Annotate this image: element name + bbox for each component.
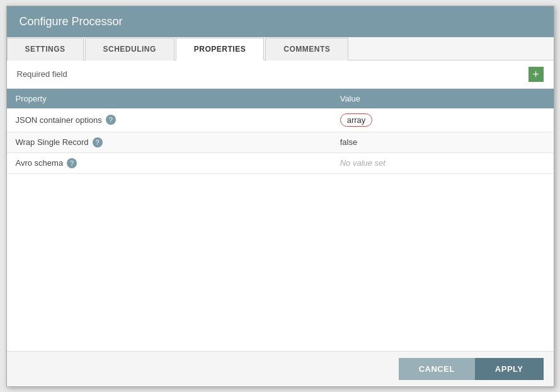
add-property-button[interactable]: +: [529, 67, 544, 82]
property-name-cell: Avro schema?: [7, 153, 331, 173]
no-value-text: No value set: [340, 158, 386, 168]
property-name-wrapper: Wrap Single Record?: [16, 137, 323, 147]
property-name-text: Avro schema: [16, 158, 64, 168]
property-value-cell[interactable]: array: [331, 108, 505, 132]
property-name-wrapper: JSON container options?: [16, 115, 323, 125]
tab-properties[interactable]: PROPERTIES: [176, 38, 264, 61]
help-icon[interactable]: ?: [67, 158, 77, 168]
content-area: Required field + PropertyValue JSON cont…: [7, 61, 554, 351]
table-header-actions: [505, 89, 553, 108]
table-header-property: Property: [7, 89, 331, 108]
apply-button[interactable]: APPLY: [475, 358, 544, 380]
properties-table: PropertyValue JSON container options?arr…: [7, 89, 554, 174]
property-actions-cell: [505, 108, 553, 132]
property-value-cell[interactable]: No value set: [331, 153, 505, 173]
table-row: JSON container options?array: [7, 108, 554, 132]
table-header-value: Value: [331, 89, 505, 108]
help-icon[interactable]: ?: [93, 137, 103, 147]
property-name-wrapper: Avro schema?: [16, 158, 323, 168]
required-field-row: Required field +: [7, 61, 554, 89]
table-row: Avro schema?No value set: [7, 153, 554, 173]
property-actions-cell: [505, 153, 553, 173]
property-value-cell: false: [331, 132, 505, 153]
property-actions-cell: [505, 132, 553, 153]
tab-scheduling[interactable]: SCHEDULING: [85, 38, 174, 61]
configure-processor-dialog: Configure Processor SETTINGSSCHEDULINGPR…: [6, 6, 554, 387]
cancel-button[interactable]: CANCEL: [399, 358, 475, 380]
tab-bar: SETTINGSSCHEDULINGPROPERTIESCOMMENTS: [7, 37, 554, 61]
property-name-text: Wrap Single Record: [16, 137, 89, 147]
table-row: Wrap Single Record?false: [7, 132, 554, 153]
table-body: JSON container options?arrayWrap Single …: [7, 108, 554, 174]
property-name-cell: Wrap Single Record?: [7, 132, 331, 153]
table-header: PropertyValue: [7, 89, 554, 108]
property-name-cell: JSON container options?: [7, 108, 331, 132]
help-icon[interactable]: ?: [106, 115, 116, 125]
dialog-title: Configure Processor: [7, 6, 554, 37]
tab-settings[interactable]: SETTINGS: [7, 38, 84, 61]
tab-comments[interactable]: COMMENTS: [265, 38, 348, 61]
footer: CANCEL APPLY: [7, 351, 554, 386]
required-field-label: Required field: [17, 69, 67, 79]
property-name-text: JSON container options: [16, 115, 102, 125]
value-badge[interactable]: array: [340, 113, 373, 127]
